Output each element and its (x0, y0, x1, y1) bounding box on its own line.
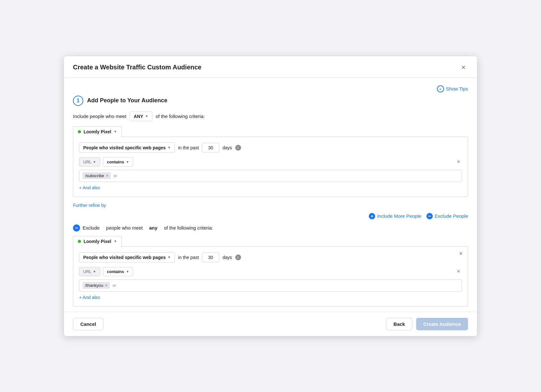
exclude-header: − Exclude people who meet any of the fol… (73, 224, 468, 231)
url-row: URL ▼ contains ▼ × (79, 157, 462, 167)
contains-label: contains (107, 160, 124, 164)
exclude-rule-label: People who visited specific web pages (83, 255, 166, 260)
footer-right: Back Create Audience (386, 318, 468, 330)
exclude-middle: people who meet (106, 225, 143, 231)
cancel-button[interactable]: Cancel (73, 318, 103, 330)
include-criteria-box: People who visited specific web pages ▼ … (73, 137, 468, 197)
url-row-close-button[interactable]: × (455, 158, 462, 165)
exclude-button[interactable]: − Exclude People (426, 213, 468, 219)
include-prefix: Include people who meet (73, 114, 126, 119)
criteria-rule-row: People who visited specific web pages ▼ … (79, 143, 462, 153)
exclude-contains-chevron-icon: ▼ (126, 270, 129, 273)
exclude-pixel-chevron-icon: ▼ (114, 239, 117, 243)
back-button[interactable]: Back (386, 318, 412, 330)
exclude-and-also-button[interactable]: + And also (79, 293, 100, 302)
modal-body: Show Tips 1 Add People to Your Audience … (64, 78, 477, 312)
show-tips-icon (437, 85, 444, 92)
days-input[interactable] (202, 143, 219, 153)
any-chevron-icon: ▼ (145, 114, 148, 118)
any-select[interactable]: ANY ▼ (130, 112, 152, 121)
pixel-chevron-icon: ▼ (114, 130, 117, 133)
thankyou-tag-value: /thankyou (85, 283, 103, 288)
include-more-label: Include More People (377, 213, 421, 219)
show-tips-button[interactable]: Show Tips (437, 85, 468, 92)
exclude-url-label: URL (83, 269, 92, 274)
any-label: ANY (134, 114, 143, 119)
exclude-minus-icon: − (73, 224, 80, 231)
exclude-days-label: days (222, 255, 232, 260)
exclude-contains-label: contains (107, 269, 124, 274)
exclude-url-chevron-icon: ▼ (93, 270, 96, 273)
exclude-pixel-dot-icon (78, 240, 81, 243)
pixel-dot-icon (78, 130, 81, 133)
show-tips-label: Show Tips (446, 86, 468, 91)
or-label: or (113, 173, 117, 178)
subscribe-tag-value: /subscribe (85, 173, 104, 178)
pixel-name: Loomly Pixel (84, 129, 111, 134)
exclude-info-icon: i (235, 255, 241, 260)
url-chevron-icon: ▼ (93, 160, 96, 164)
plus-circle-icon: + (369, 213, 375, 219)
exclude-rule-chevron-icon: ▼ (168, 255, 171, 259)
exclude-url-button[interactable]: URL ▼ (79, 267, 100, 276)
url-button[interactable]: URL ▼ (79, 157, 100, 167)
subscribe-tag-close-icon[interactable]: × (106, 174, 108, 178)
modal: Create a Website Traffic Custom Audience… (64, 56, 477, 336)
exclude-days-input[interactable] (202, 253, 219, 262)
in-the-past-label: in the past (178, 145, 199, 150)
exclude-in-the-past-label: in the past (178, 255, 199, 260)
exclude-pixel-tab[interactable]: Loomly Pixel ▼ (73, 236, 122, 247)
include-more-button[interactable]: + Include More People (369, 213, 421, 219)
show-tips-row: Show Tips (73, 85, 468, 92)
and-also-button[interactable]: + And also (79, 183, 100, 192)
include-criteria-row: Include people who meet ANY ▼ of the fol… (73, 112, 468, 121)
exclude-pixel-tab-wrapper: Loomly Pixel ▼ (73, 236, 122, 246)
pixel-tab[interactable]: Loomly Pixel ▼ (73, 126, 122, 137)
exclude-any-bold: any (149, 225, 157, 231)
exclude-criteria-close-button[interactable]: × (457, 250, 464, 258)
further-refine-button[interactable]: Further refine by (73, 203, 106, 208)
step-number: 1 (73, 96, 83, 106)
rule-chevron-icon: ▼ (168, 146, 171, 149)
actions-row: + Include More People − Exclude People (73, 213, 468, 219)
close-button[interactable]: × (459, 63, 468, 72)
modal-footer: Cancel Back Create Audience (64, 312, 477, 336)
exclude-criteria-box: × People who visited specific web pages … (73, 246, 468, 307)
subscribe-tag: /subscribe × (83, 172, 111, 179)
exclude-contains-button[interactable]: contains ▼ (103, 267, 133, 276)
minus-circle-icon: − (426, 213, 433, 219)
exclude-suffix: of the following criteria: (164, 225, 213, 231)
exclude-criteria-rule-row: People who visited specific web pages ▼ … (79, 252, 462, 263)
modal-header: Create a Website Traffic Custom Audience… (64, 56, 477, 78)
create-audience-button[interactable]: Create Audience (416, 318, 468, 330)
contains-chevron-icon: ▼ (126, 160, 129, 164)
exclude-rule-select[interactable]: People who visited specific web pages ▼ (79, 252, 175, 263)
rule-select[interactable]: People who visited specific web pages ▼ (79, 143, 175, 153)
section-header: 1 Add People to Your Audience (73, 96, 468, 106)
exclude-url-row: URL ▼ contains ▼ × (79, 267, 462, 276)
url-label: URL (83, 160, 92, 164)
days-label: days (222, 145, 232, 150)
thankyou-tag: /thankyou × (83, 282, 110, 289)
tag-input-row[interactable]: /subscribe × or (79, 170, 462, 182)
exclude-label: Exclude People (435, 213, 468, 219)
rule-label: People who visited specific web pages (83, 145, 166, 150)
section-title: Add People to Your Audience (87, 97, 167, 104)
exclude-section: − Exclude people who meet any of the fol… (73, 224, 468, 307)
info-icon: i (235, 145, 241, 151)
exclude-pixel-name: Loomly Pixel (84, 239, 111, 244)
exclude-tag-input-row[interactable]: /thankyou × or (79, 279, 462, 292)
contains-button[interactable]: contains ▼ (103, 157, 133, 167)
exclude-or-label: or (112, 283, 116, 288)
modal-title: Create a Website Traffic Custom Audience (73, 64, 201, 71)
include-suffix: of the following criteria: (156, 114, 205, 119)
pixel-tab-wrapper: Loomly Pixel ▼ (73, 126, 122, 137)
exclude-url-row-close-button[interactable]: × (455, 268, 462, 275)
exclude-prefix: Exclude (83, 225, 100, 231)
thankyou-tag-close-icon[interactable]: × (105, 283, 107, 288)
